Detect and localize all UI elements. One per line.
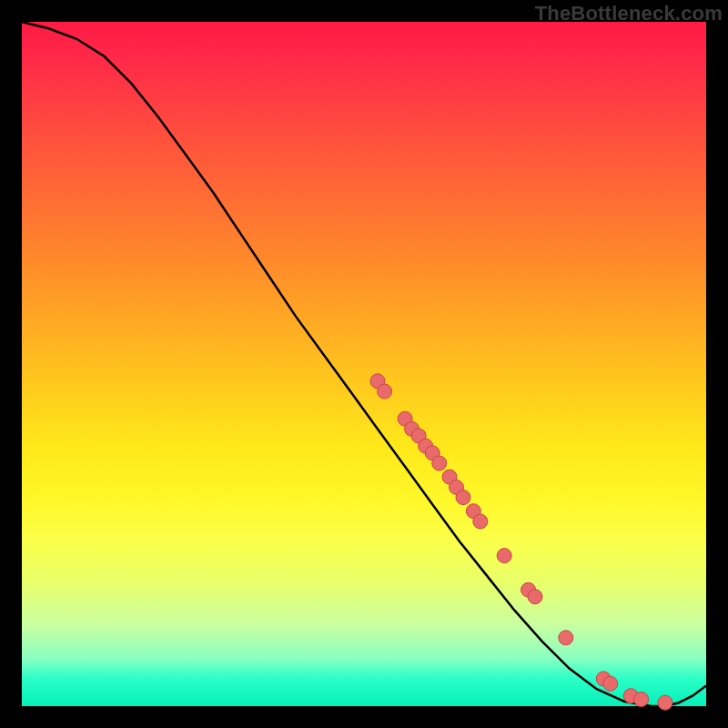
chart-frame: TheBottleneck.com [0,0,728,728]
watermark-label: TheBottleneck.com [535,2,723,25]
plot-gradient-background [22,22,706,706]
